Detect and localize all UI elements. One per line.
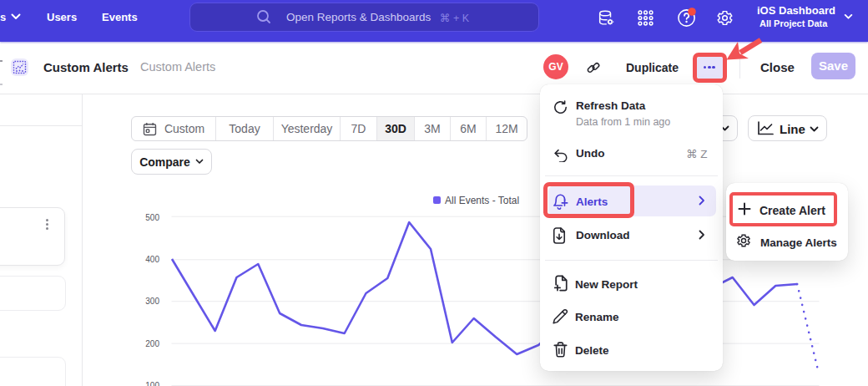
svg-text:500: 500 [145,213,159,222]
svg-text:100: 100 [145,381,159,386]
svg-text:300: 300 [145,297,159,306]
svg-text:200: 200 [145,339,159,348]
svg-text:400: 400 [145,255,159,264]
